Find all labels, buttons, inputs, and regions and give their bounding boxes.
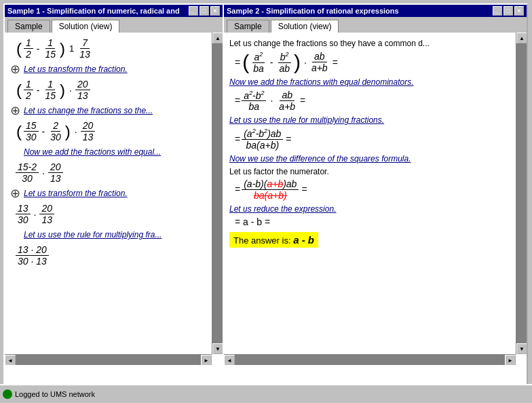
down-arrow-2: ⊕ — [10, 104, 20, 117]
window2-inner: Let us change the fractions so they have… — [224, 33, 527, 253]
scroll-track-1 — [212, 43, 223, 343]
scroll-right-1[interactable]: ► — [201, 355, 212, 365]
scroll-track-2 — [516, 43, 527, 343]
scroll-left-2[interactable]: ◄ — [224, 355, 235, 365]
frac-1-15b: 1 15 — [43, 79, 58, 101]
w2-paren-close-1: ) — [294, 52, 301, 73]
window-1: Sample 1 - Simplification of numeric, ra… — [3, 3, 224, 390]
open-paren-2: ( — [16, 82, 22, 98]
open-paren-3: ( — [16, 123, 22, 140]
dot-1: 1 — [69, 43, 74, 54]
hscroll-track-2 — [235, 355, 505, 365]
window2-content: Let us change the fractions so they have… — [224, 33, 527, 399]
w2-text-5-label: Let us factor the numerator. — [229, 167, 329, 176]
w2-eq9: = a - b = — [235, 216, 270, 227]
minimize-btn-1[interactable]: _ — [189, 6, 198, 16]
w2-text-2: Now we add the fractions with equal deno… — [229, 77, 513, 87]
w2-frac-a2-ba: a2 ba — [251, 51, 266, 74]
frac-1-15: 1 15 — [43, 37, 58, 60]
dot-2: · — [69, 85, 72, 96]
down-arrow-4: ⊕ — [10, 187, 20, 200]
scroll-left-1[interactable]: ◄ — [5, 355, 16, 365]
tab-solution-2[interactable]: Solution (view) — [271, 20, 339, 33]
frac-20-13d: 20 13 — [39, 203, 54, 225]
math-expr-5: 13 30 · 20 13 — [16, 203, 209, 225]
maximize-btn-2[interactable]: □ — [504, 6, 513, 16]
frac-1-2: 1 2 — [24, 37, 33, 60]
w2-text-1: Let us change the fractions so they have… — [229, 38, 513, 48]
tabs-2: Sample Solution (view) — [224, 17, 527, 33]
frac-20-13: 20 13 — [75, 79, 90, 101]
hscrollbar-1: ◄ ► — [5, 354, 212, 365]
close-btn-2[interactable]: × — [514, 6, 524, 16]
math-expr-3: ( 15 30 - 2 30 ) · 20 — [16, 120, 209, 142]
minus-2: - — [37, 85, 40, 96]
w2-frac-a2minusb2-ba: a2-b2 ba — [242, 90, 266, 113]
w2-frac-factored: (a-b)(a+b)ab ba(a+b) — [242, 178, 299, 201]
w2-text-6: Let us reduce the expression. — [229, 204, 513, 214]
step-1: ⊕ Let us transform the fraction. — [10, 62, 209, 77]
frac-1-2b: 1 2 — [24, 79, 33, 101]
w2-text-4: Now we use the difference of the squares… — [229, 154, 513, 164]
step-3: Now we add the fractions with equal... — [10, 145, 209, 159]
tab-solution-1[interactable]: Solution (view) — [52, 20, 120, 33]
step-icon-1: ⊕ — [10, 62, 24, 77]
maximize-btn-1[interactable]: □ — [200, 6, 209, 16]
w2-math-3: = (a2-b2)ab ba(a+b) = — [235, 128, 513, 151]
scroll-up-1[interactable]: ▲ — [212, 33, 223, 43]
frac-13-30: 13 30 — [16, 203, 31, 225]
down-arrow-1: ⊕ — [10, 62, 20, 76]
minus-3: - — [42, 126, 45, 137]
w2-math-2: = a2-b2 ba · ab a+b = — [235, 90, 513, 113]
taskbar: Logged to UMS network — [0, 384, 532, 403]
tab-sample-1[interactable]: Sample — [7, 20, 50, 33]
frac-20-13b: 20 13 — [81, 120, 96, 142]
w2-text-3-label: Let us use the rule for multiplying frac… — [229, 115, 513, 125]
titlebar-buttons-2: _ □ × — [493, 6, 524, 16]
scroll-down-2[interactable]: ▼ — [516, 343, 527, 354]
w2-text-5: Let us factor the numerator. — [229, 166, 513, 176]
scroll-right-2[interactable]: ► — [505, 355, 516, 365]
w2-math-4: = (a-b)(a+b)ab ba(a+b) = — [235, 178, 513, 201]
w2-eq7: = — [235, 184, 240, 195]
scroll-down-1[interactable]: ▼ — [212, 343, 223, 354]
window1-inner: ( 1 2 - 1 15 ) 1 7 — [5, 33, 223, 271]
w2-frac-ab-aplusb: ab a+b — [309, 51, 330, 73]
close-paren-1: ) — [60, 41, 65, 57]
close-btn-1[interactable]: × — [210, 6, 220, 16]
w2-text-6-label: Let us reduce the expression. — [229, 204, 513, 214]
step-5: Let us use the rule for multiplying fra.… — [10, 227, 209, 242]
vscrollbar-2: ▲ ▼ — [516, 33, 527, 354]
minimize-btn-2[interactable]: _ — [493, 6, 502, 16]
w2-dot-2: · — [270, 95, 273, 106]
step-text-3: Now we add the fractions with equal... — [24, 147, 161, 157]
window2-scroll: Let us change the fractions so they have… — [224, 33, 527, 365]
close-paren-3: ) — [65, 123, 71, 140]
dot-5: · — [34, 209, 37, 220]
step-text-2: Let us change the fractions so the... — [24, 106, 153, 115]
step-2: ⊕ Let us change the fractions so the... — [10, 103, 209, 118]
titlebar-buttons-1: _ □ × — [189, 6, 220, 16]
w2-eq3: = — [235, 95, 240, 106]
math-expr-6: 13 · 20 30 · 13 — [16, 244, 209, 267]
step-icon-4: ⊕ — [10, 186, 24, 201]
answer-value: a - b — [293, 234, 314, 246]
tab-sample-2[interactable]: Sample — [227, 20, 269, 33]
scroll-up-2[interactable]: ▲ — [516, 33, 527, 43]
w2-text-4-label: Now we use the difference of the squares… — [229, 154, 513, 164]
answer-block: The answer is: a - b — [229, 232, 318, 248]
window1-title: Sample 1 - Simplification of numeric, ra… — [7, 7, 180, 15]
w2-math-5: = a - b = — [235, 216, 513, 227]
w2-frac-product: (a2-b2)ab ba(a+b) — [242, 128, 283, 151]
vscrollbar-1: ▲ ▼ — [212, 33, 223, 354]
close-paren-2: ) — [60, 82, 65, 98]
w2-math-1: = ( a2 ba - b2 ab ) · — [235, 51, 513, 74]
desktop: Sample 1 - Simplification of numeric, ra… — [0, 0, 532, 403]
w2-eq1: = — [235, 57, 240, 68]
math-expr-4: 15-2 30 · 20 13 — [16, 161, 209, 184]
window1-scroll: ( 1 2 - 1 15 ) 1 7 — [5, 33, 223, 365]
step-4: ⊕ Let us transform the fraction. — [10, 186, 209, 201]
w2-minus-1: - — [270, 57, 273, 68]
titlebar-1: Sample 1 - Simplification of numeric, ra… — [5, 5, 223, 17]
math-expr-1: ( 1 2 - 1 15 ) 1 7 — [16, 37, 209, 60]
